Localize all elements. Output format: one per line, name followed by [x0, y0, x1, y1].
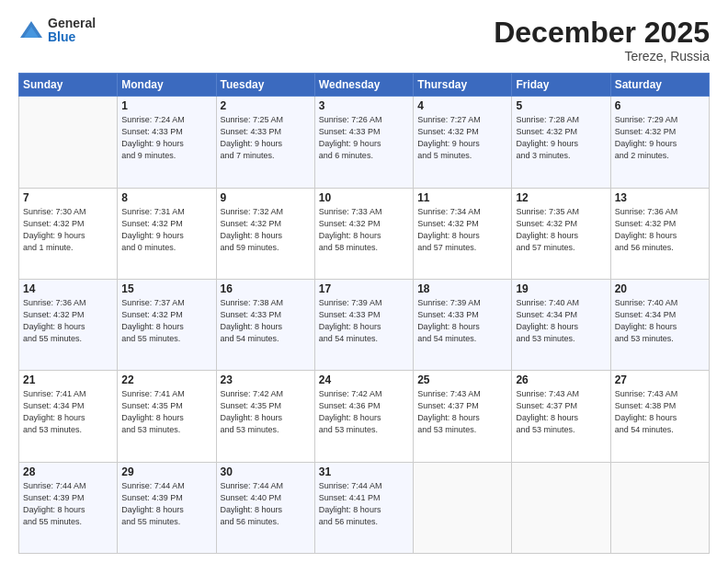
day-number: 31 [319, 465, 409, 478]
calendar-cell: 6Sunrise: 7:29 AMSunset: 4:32 PMDaylight… [610, 97, 709, 188]
day-info: Sunrise: 7:31 AMSunset: 4:32 PMDaylight:… [121, 206, 211, 254]
day-info: Sunrise: 7:24 AMSunset: 4:33 PMDaylight:… [121, 114, 211, 162]
calendar-cell: 20Sunrise: 7:40 AMSunset: 4:34 PMDayligh… [610, 279, 709, 370]
col-tuesday: Tuesday [216, 74, 314, 97]
calendar-week-row: 7Sunrise: 7:30 AMSunset: 4:32 PMDaylight… [19, 188, 710, 279]
day-number: 5 [516, 99, 606, 112]
day-info: Sunrise: 7:43 AMSunset: 4:37 PMDaylight:… [516, 388, 606, 436]
calendar-cell: 29Sunrise: 7:44 AMSunset: 4:39 PMDayligh… [118, 462, 216, 553]
day-number: 7 [23, 191, 113, 204]
col-friday: Friday [512, 74, 610, 97]
day-info: Sunrise: 7:38 AMSunset: 4:33 PMDaylight:… [221, 297, 311, 345]
calendar-cell: 16Sunrise: 7:38 AMSunset: 4:33 PMDayligh… [216, 279, 314, 370]
day-number: 21 [23, 373, 113, 386]
day-info: Sunrise: 7:39 AMSunset: 4:33 PMDaylight:… [319, 297, 409, 345]
day-info: Sunrise: 7:42 AMSunset: 4:36 PMDaylight:… [319, 388, 409, 436]
day-number: 14 [23, 282, 113, 295]
logo-general-label: General [48, 17, 96, 30]
day-info: Sunrise: 7:29 AMSunset: 4:32 PMDaylight:… [615, 114, 705, 162]
day-number: 17 [319, 282, 409, 295]
col-thursday: Thursday [414, 74, 512, 97]
day-number: 2 [221, 99, 311, 112]
day-number: 19 [516, 282, 606, 295]
calendar-cell: 31Sunrise: 7:44 AMSunset: 4:41 PMDayligh… [314, 462, 413, 553]
day-number: 12 [516, 191, 606, 204]
day-number: 18 [417, 282, 507, 295]
day-info: Sunrise: 7:44 AMSunset: 4:41 PMDaylight:… [319, 480, 409, 528]
day-info: Sunrise: 7:40 AMSunset: 4:34 PMDaylight:… [516, 297, 606, 345]
calendar-week-row: 1Sunrise: 7:24 AMSunset: 4:33 PMDaylight… [19, 97, 710, 188]
calendar-cell: 22Sunrise: 7:41 AMSunset: 4:35 PMDayligh… [118, 371, 216, 462]
day-number: 20 [615, 282, 705, 295]
logo: General Blue [18, 17, 96, 45]
calendar-cell: 8Sunrise: 7:31 AMSunset: 4:32 PMDaylight… [118, 188, 216, 279]
day-info: Sunrise: 7:30 AMSunset: 4:32 PMDaylight:… [23, 206, 113, 254]
logo-blue-label: Blue [48, 30, 96, 44]
day-number: 22 [121, 373, 211, 386]
day-number: 6 [615, 99, 705, 112]
calendar-cell [19, 97, 118, 188]
logo-icon [18, 17, 44, 43]
day-info: Sunrise: 7:43 AMSunset: 4:37 PMDaylight:… [417, 388, 507, 436]
day-info: Sunrise: 7:39 AMSunset: 4:33 PMDaylight:… [417, 297, 507, 345]
day-info: Sunrise: 7:41 AMSunset: 4:35 PMDaylight:… [121, 388, 211, 436]
calendar-cell: 1Sunrise: 7:24 AMSunset: 4:33 PMDaylight… [118, 97, 216, 188]
calendar-cell: 23Sunrise: 7:42 AMSunset: 4:35 PMDayligh… [216, 371, 314, 462]
title-block: December 2025 Tereze, Russia [494, 17, 710, 63]
calendar-week-row: 14Sunrise: 7:36 AMSunset: 4:32 PMDayligh… [19, 279, 710, 370]
calendar-header-row: Sunday Monday Tuesday Wednesday Thursday… [19, 74, 710, 97]
calendar-week-row: 28Sunrise: 7:44 AMSunset: 4:39 PMDayligh… [19, 462, 710, 553]
day-number: 24 [319, 373, 409, 386]
day-number: 23 [221, 373, 311, 386]
calendar-cell: 30Sunrise: 7:44 AMSunset: 4:40 PMDayligh… [216, 462, 314, 553]
day-number: 4 [417, 99, 507, 112]
day-number: 10 [319, 191, 409, 204]
calendar-cell: 11Sunrise: 7:34 AMSunset: 4:32 PMDayligh… [414, 188, 512, 279]
day-info: Sunrise: 7:32 AMSunset: 4:32 PMDaylight:… [221, 206, 311, 254]
calendar-cell: 26Sunrise: 7:43 AMSunset: 4:37 PMDayligh… [512, 371, 610, 462]
day-number: 30 [221, 465, 311, 478]
calendar-cell: 9Sunrise: 7:32 AMSunset: 4:32 PMDaylight… [216, 188, 314, 279]
day-number: 16 [221, 282, 311, 295]
day-info: Sunrise: 7:44 AMSunset: 4:39 PMDaylight:… [121, 480, 211, 528]
col-sunday: Sunday [19, 74, 118, 97]
month-title: December 2025 [494, 17, 710, 49]
calendar-cell: 25Sunrise: 7:43 AMSunset: 4:37 PMDayligh… [414, 371, 512, 462]
day-info: Sunrise: 7:43 AMSunset: 4:38 PMDaylight:… [615, 388, 705, 436]
day-number: 29 [121, 465, 211, 478]
calendar-cell: 27Sunrise: 7:43 AMSunset: 4:38 PMDayligh… [610, 371, 709, 462]
day-number: 11 [417, 191, 507, 204]
day-info: Sunrise: 7:44 AMSunset: 4:40 PMDaylight:… [221, 480, 311, 528]
day-info: Sunrise: 7:26 AMSunset: 4:33 PMDaylight:… [319, 114, 409, 162]
calendar-cell: 28Sunrise: 7:44 AMSunset: 4:39 PMDayligh… [19, 462, 118, 553]
calendar-cell: 7Sunrise: 7:30 AMSunset: 4:32 PMDaylight… [19, 188, 118, 279]
day-info: Sunrise: 7:41 AMSunset: 4:34 PMDaylight:… [23, 388, 113, 436]
calendar-cell: 2Sunrise: 7:25 AMSunset: 4:33 PMDaylight… [216, 97, 314, 188]
day-number: 13 [615, 191, 705, 204]
day-info: Sunrise: 7:44 AMSunset: 4:39 PMDaylight:… [23, 480, 113, 528]
day-info: Sunrise: 7:33 AMSunset: 4:32 PMDaylight:… [319, 206, 409, 254]
day-number: 28 [23, 465, 113, 478]
day-info: Sunrise: 7:35 AMSunset: 4:32 PMDaylight:… [516, 206, 606, 254]
calendar-cell: 18Sunrise: 7:39 AMSunset: 4:33 PMDayligh… [414, 279, 512, 370]
calendar-cell: 12Sunrise: 7:35 AMSunset: 4:32 PMDayligh… [512, 188, 610, 279]
day-number: 1 [121, 99, 211, 112]
calendar-cell: 17Sunrise: 7:39 AMSunset: 4:33 PMDayligh… [314, 279, 413, 370]
calendar-cell: 4Sunrise: 7:27 AMSunset: 4:32 PMDaylight… [414, 97, 512, 188]
header: General Blue December 2025 Tereze, Russi… [18, 17, 710, 63]
calendar-cell: 14Sunrise: 7:36 AMSunset: 4:32 PMDayligh… [19, 279, 118, 370]
day-info: Sunrise: 7:25 AMSunset: 4:33 PMDaylight:… [221, 114, 311, 162]
calendar-cell: 19Sunrise: 7:40 AMSunset: 4:34 PMDayligh… [512, 279, 610, 370]
day-info: Sunrise: 7:28 AMSunset: 4:32 PMDaylight:… [516, 114, 606, 162]
day-number: 25 [417, 373, 507, 386]
calendar-table: Sunday Monday Tuesday Wednesday Thursday… [18, 73, 710, 554]
col-monday: Monday [118, 74, 216, 97]
day-info: Sunrise: 7:27 AMSunset: 4:32 PMDaylight:… [417, 114, 507, 162]
calendar-cell: 21Sunrise: 7:41 AMSunset: 4:34 PMDayligh… [19, 371, 118, 462]
calendar-cell [414, 462, 512, 553]
calendar-cell: 13Sunrise: 7:36 AMSunset: 4:32 PMDayligh… [610, 188, 709, 279]
calendar-cell: 5Sunrise: 7:28 AMSunset: 4:32 PMDaylight… [512, 97, 610, 188]
day-info: Sunrise: 7:36 AMSunset: 4:32 PMDaylight:… [615, 206, 705, 254]
calendar-cell: 3Sunrise: 7:26 AMSunset: 4:33 PMDaylight… [314, 97, 413, 188]
day-info: Sunrise: 7:42 AMSunset: 4:35 PMDaylight:… [221, 388, 311, 436]
